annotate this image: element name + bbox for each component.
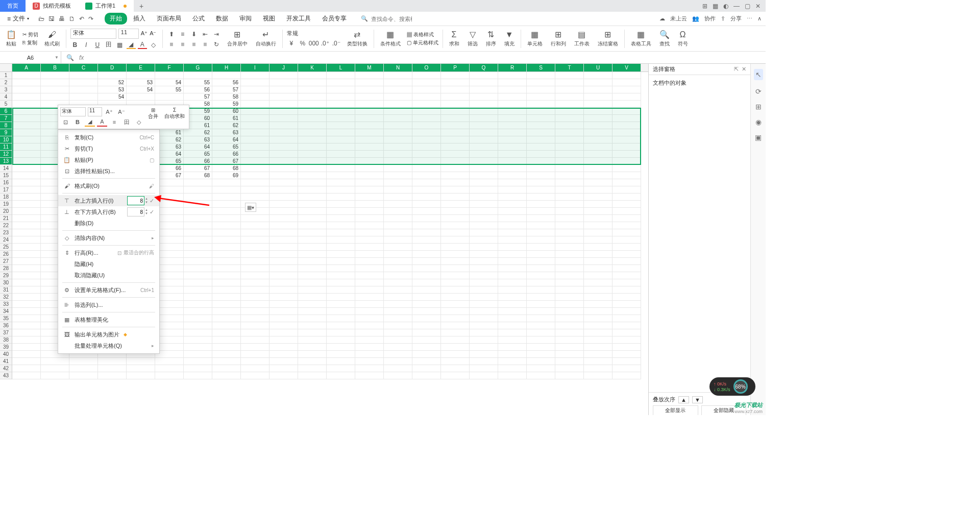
cell[interactable] — [241, 158, 270, 165]
network-speed-widget[interactable]: ↑ 0K/s ↓ 0.3K/s 68% — [709, 377, 755, 396]
cell[interactable] — [584, 272, 612, 279]
cell[interactable] — [384, 344, 412, 351]
cell[interactable] — [212, 229, 241, 236]
check-icon[interactable]: ✓ — [150, 198, 154, 204]
cell[interactable] — [327, 194, 355, 201]
cm-batch[interactable]: 批量处理单元格(Q)▸ — [58, 340, 159, 351]
select-all-corner[interactable] — [0, 64, 12, 71]
cell[interactable] — [384, 151, 412, 158]
cell[interactable] — [355, 265, 384, 272]
cell[interactable] — [441, 194, 470, 201]
cell[interactable] — [498, 279, 527, 286]
cell[interactable] — [184, 344, 212, 351]
cell[interactable] — [441, 101, 470, 108]
cell[interactable] — [212, 208, 241, 215]
cell[interactable] — [498, 322, 527, 329]
cell[interactable] — [527, 151, 555, 158]
cell[interactable] — [470, 336, 498, 344]
cell[interactable] — [241, 351, 270, 358]
col-header[interactable]: G — [184, 64, 212, 71]
bold-button[interactable]: B — [70, 41, 80, 49]
cm-cut[interactable]: ✂剪切(T)Ctrl+X — [58, 143, 159, 154]
cell[interactable] — [41, 372, 69, 379]
cell[interactable] — [270, 158, 298, 165]
cell[interactable] — [412, 151, 441, 158]
cell[interactable] — [412, 358, 441, 365]
cell[interactable] — [412, 365, 441, 372]
cell[interactable] — [555, 236, 584, 244]
format-painter-group[interactable]: 🖌格式刷 — [42, 30, 62, 47]
cell[interactable] — [184, 365, 212, 372]
cell[interactable] — [355, 372, 384, 379]
cell[interactable] — [270, 336, 298, 344]
cell[interactable] — [241, 129, 270, 136]
cell[interactable] — [355, 222, 384, 229]
cell[interactable] — [355, 294, 384, 301]
cell[interactable] — [384, 215, 412, 222]
cell[interactable]: 61 — [212, 115, 241, 122]
cell[interactable] — [498, 236, 527, 244]
cell[interactable] — [470, 286, 498, 294]
cell[interactable] — [241, 236, 270, 244]
cell[interactable] — [441, 308, 470, 315]
name-box[interactable]: A6▼ — [0, 52, 61, 63]
cell[interactable] — [527, 201, 555, 208]
style-icon[interactable]: ⟳ — [755, 87, 762, 95]
cell[interactable] — [355, 229, 384, 236]
cell[interactable] — [470, 136, 498, 143]
cell[interactable] — [470, 115, 498, 122]
cell[interactable] — [498, 294, 527, 301]
cell[interactable] — [270, 151, 298, 158]
cell[interactable] — [412, 93, 441, 101]
col-header[interactable]: V — [612, 64, 641, 71]
cell[interactable] — [184, 358, 212, 365]
cell[interactable] — [184, 208, 212, 215]
cell[interactable] — [470, 229, 498, 236]
cell[interactable] — [270, 251, 298, 258]
cell[interactable] — [241, 365, 270, 372]
tab-document[interactable]: 工作簿1 — [78, 0, 134, 12]
cell[interactable]: 67 — [212, 158, 241, 165]
cell[interactable] — [12, 208, 41, 215]
cell[interactable] — [527, 158, 555, 165]
cell[interactable] — [355, 308, 384, 315]
cell[interactable] — [612, 358, 641, 365]
cell[interactable] — [241, 222, 270, 229]
ribbon-tab-5[interactable]: 审阅 — [234, 13, 257, 25]
cell[interactable] — [412, 122, 441, 129]
row-header[interactable]: 10 — [0, 136, 12, 143]
cell[interactable] — [298, 172, 327, 179]
cell[interactable] — [355, 201, 384, 208]
cell[interactable] — [441, 108, 470, 115]
cell[interactable] — [384, 358, 412, 365]
cell[interactable] — [184, 251, 212, 258]
cell[interactable] — [327, 79, 355, 86]
cell[interactable] — [612, 258, 641, 265]
cell[interactable] — [212, 294, 241, 301]
cell[interactable] — [327, 229, 355, 236]
cell[interactable] — [327, 365, 355, 372]
cell[interactable] — [298, 336, 327, 344]
cell[interactable] — [555, 151, 584, 158]
cell[interactable] — [441, 186, 470, 194]
cell[interactable] — [412, 344, 441, 351]
cell[interactable] — [355, 336, 384, 344]
cell[interactable] — [612, 365, 641, 372]
fill-color-button[interactable]: ◢ — [127, 41, 136, 49]
cell[interactable] — [441, 165, 470, 172]
cell[interactable] — [412, 279, 441, 286]
cell[interactable] — [212, 72, 241, 79]
cell[interactable] — [470, 208, 498, 215]
cell[interactable] — [327, 222, 355, 229]
col-header[interactable]: P — [441, 64, 470, 71]
cell[interactable] — [470, 143, 498, 151]
cell[interactable] — [612, 179, 641, 186]
cell[interactable] — [470, 272, 498, 279]
cell[interactable] — [12, 286, 41, 294]
cm-row-height[interactable]: ⇕行高(R)...⊡最适合的行高 — [58, 247, 159, 258]
col-header[interactable]: Q — [470, 64, 498, 71]
cell[interactable] — [298, 72, 327, 79]
cell[interactable] — [327, 86, 355, 93]
col-header[interactable]: U — [584, 64, 612, 71]
cell[interactable]: 62 — [184, 129, 212, 136]
